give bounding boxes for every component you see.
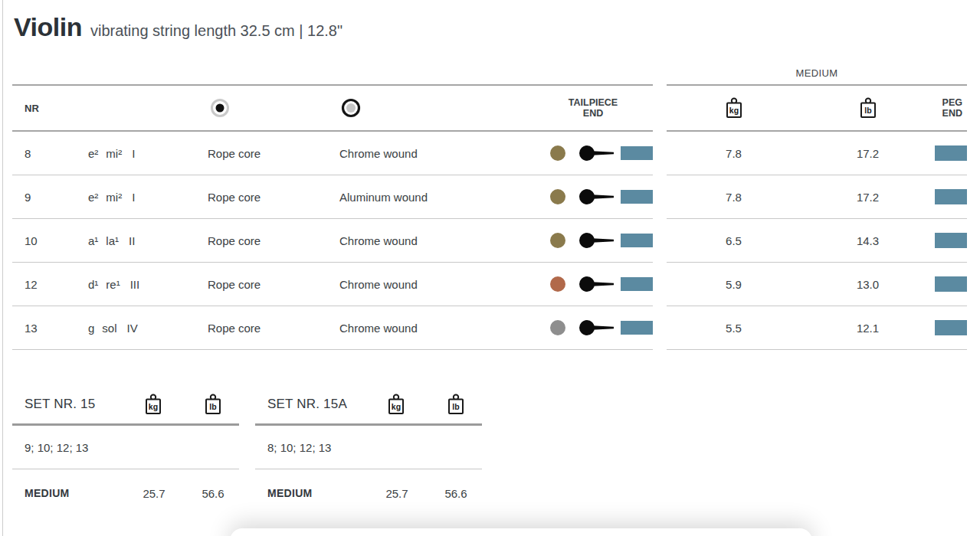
strings-table: NR TAILPIECE END <box>12 84 967 350</box>
peg-end-cell <box>935 132 967 175</box>
peg-silk-color-swatch <box>935 145 967 161</box>
silk-color-swatch <box>621 146 653 160</box>
tension-group-label: MEDIUM <box>667 67 967 79</box>
string-color-dot <box>550 189 565 204</box>
silk-color-swatch <box>621 190 653 204</box>
svg-text:lb: lb <box>864 106 871 115</box>
winding-material: Chrome wound <box>329 322 536 335</box>
tension-lb-value: 17.2 <box>801 132 935 175</box>
set-table-15a: SET NR. 15A kg lb 8; 10; 12; 13 MEDIUM 2… <box>255 385 482 517</box>
ball-end-icon <box>579 233 615 249</box>
winding-material: Chrome wound <box>329 278 536 291</box>
string-color-dot <box>550 145 565 161</box>
string-number: 9 <box>12 191 77 204</box>
tension-lb-value: 14.3 <box>801 219 935 262</box>
kg-weight-icon: kg <box>725 97 743 119</box>
page-subtitle: vibrating string length 32.5 cm | 12.8" <box>90 22 343 40</box>
string-number: 12 <box>12 278 77 291</box>
set-kg-value: 25.7 <box>375 487 418 500</box>
set-title: SET NR. 15 <box>25 397 95 412</box>
winding-material: Chrome wound <box>329 147 536 160</box>
svg-text:lb: lb <box>209 402 216 411</box>
svg-text:lb: lb <box>452 402 459 411</box>
set-title: SET NR. 15A <box>267 397 347 412</box>
core-material: Rope core <box>195 147 329 160</box>
ball-end-icon <box>579 145 615 162</box>
set-kg-value: 25.7 <box>133 487 175 500</box>
page-left-border <box>2 0 3 536</box>
string-color-dot <box>550 320 565 335</box>
string-color-dot <box>550 233 565 248</box>
table-row: 12 d¹re¹III Rope core Chrome wound 5.9 <box>12 263 967 306</box>
svg-text:kg: kg <box>729 106 738 115</box>
table-row: 9 e²mi²I Rope core Aluminum wound 7.8 <box>12 175 967 219</box>
string-note: e²mi²I <box>77 191 195 204</box>
string-note: gsolIV <box>77 322 195 335</box>
winding-material: Aluminum wound <box>329 191 536 204</box>
strings-table-body: 8 e²mi²I Rope core Chrome wound 7.8 <box>12 132 967 350</box>
tension-kg-value: 7.8 <box>667 175 801 218</box>
set-string-numbers: 8; 10; 12; 13 <box>255 426 482 469</box>
tailpiece-end-cell <box>536 219 653 262</box>
peg-end-cell <box>935 175 967 218</box>
strings-table-header: NR TAILPIECE END <box>12 84 967 132</box>
svg-text:kg: kg <box>392 402 401 411</box>
svg-text:kg: kg <box>149 402 158 411</box>
tension-kg-value: 6.5 <box>667 219 801 262</box>
string-note: e²mi²I <box>77 147 195 160</box>
kg-weight-icon: kg <box>144 394 162 415</box>
silk-color-swatch <box>621 277 653 291</box>
peg-end-cell <box>935 263 967 306</box>
string-note: d¹re¹III <box>77 278 195 291</box>
core-material: Rope core <box>195 278 329 291</box>
set-tension-row: MEDIUM 25.7 56.6 <box>12 469 239 517</box>
string-color-dot <box>550 276 565 292</box>
tailpiece-end-cell <box>536 132 653 175</box>
page-title: Violin <box>14 12 82 42</box>
ball-end-icon <box>579 189 615 205</box>
tension-lb-value: 17.2 <box>801 175 935 218</box>
set-string-numbers: 9; 10; 12; 13 <box>12 426 239 469</box>
page-header: Violin vibrating string length 32.5 cm |… <box>14 12 343 42</box>
set-15-header: SET NR. 15 kg lb <box>12 385 239 426</box>
winding-material: Chrome wound <box>329 234 536 247</box>
set-tension-label: MEDIUM <box>25 487 70 499</box>
lb-weight-icon: lb <box>447 394 465 415</box>
kg-weight-icon: kg <box>387 394 405 415</box>
tension-lb-value: 13.0 <box>801 263 935 306</box>
lb-weight-icon: lb <box>859 97 877 119</box>
tension-kg-value: 7.8 <box>667 132 801 175</box>
tailpiece-end-cell <box>536 263 653 306</box>
bottom-sheet-shadow <box>230 528 812 536</box>
silk-color-swatch <box>621 234 653 247</box>
set-tension-row: MEDIUM 25.7 56.6 <box>255 469 482 517</box>
core-material: Rope core <box>195 322 329 335</box>
tailpiece-end-cell <box>536 175 653 218</box>
peg-end-cell <box>935 306 967 349</box>
string-number: 10 <box>12 234 77 247</box>
set-tension-label: MEDIUM <box>267 487 313 499</box>
tension-kg-value: 5.9 <box>667 263 801 306</box>
lb-weight-icon: lb <box>204 394 222 415</box>
table-row: 13 gsolIV Rope core Chrome wound 5.5 <box>12 306 967 350</box>
table-row: 10 a¹la¹II Rope core Chrome wound 6.5 <box>12 219 967 263</box>
string-number: 8 <box>12 147 77 160</box>
table-row: 8 e²mi²I Rope core Chrome wound 7.8 <box>12 132 967 175</box>
peg-silk-color-swatch <box>935 276 967 292</box>
core-material: Rope core <box>195 234 329 247</box>
tension-lb-value: 12.1 <box>801 306 935 349</box>
set-lb-value: 56.6 <box>434 487 477 500</box>
string-note: a¹la¹II <box>77 234 195 247</box>
peg-silk-color-swatch <box>935 189 967 204</box>
set-table-15: SET NR. 15 kg lb 9; 10; 12; 13 MEDIUM 25… <box>12 385 239 517</box>
ball-end-icon <box>579 320 615 336</box>
winding-icon <box>341 98 361 118</box>
peg-silk-color-swatch <box>935 233 967 248</box>
nr-column-header: NR <box>25 103 39 114</box>
tailpiece-end-column-header: TAILPIECE END <box>532 97 654 119</box>
peg-end-column-header: PEG END <box>935 86 967 130</box>
tension-kg-value: 5.5 <box>667 306 801 349</box>
peg-end-cell <box>935 219 967 262</box>
core-icon <box>210 98 230 118</box>
product-spec-page: Violin vibrating string length 32.5 cm |… <box>0 0 980 536</box>
